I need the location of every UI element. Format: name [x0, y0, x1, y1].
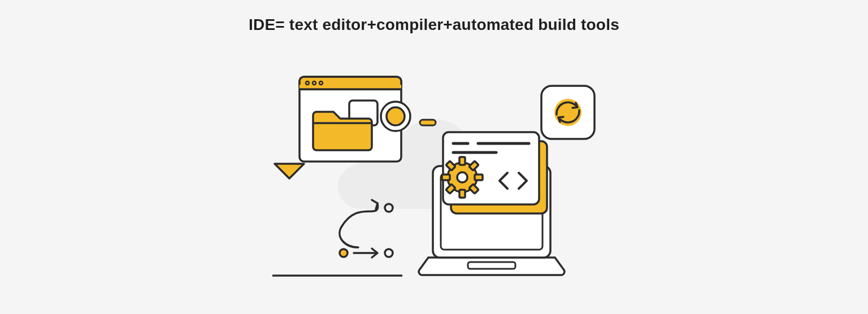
svg-point-8 — [387, 107, 405, 125]
svg-rect-26 — [475, 175, 483, 180]
svg-rect-24 — [459, 190, 465, 198]
diagram-title: IDE= text editor+compiler+automated buil… — [0, 16, 868, 34]
magnifier-icon — [381, 102, 410, 131]
illustration-stage — [264, 51, 604, 299]
svg-rect-14 — [468, 262, 515, 269]
svg-rect-23 — [459, 157, 465, 165]
svg-rect-25 — [442, 175, 450, 180]
svg-point-11 — [340, 249, 348, 257]
diagram-container: IDE= text editor+compiler+automated buil… — [0, 0, 868, 314]
accent-dash-icon — [420, 120, 436, 125]
svg-point-31 — [457, 172, 467, 182]
cursor-arrow-icon — [275, 164, 304, 178]
svg-rect-9 — [420, 120, 436, 125]
sync-refresh-icon — [541, 86, 594, 139]
illustration-svg — [264, 51, 604, 299]
svg-point-12 — [385, 249, 393, 257]
